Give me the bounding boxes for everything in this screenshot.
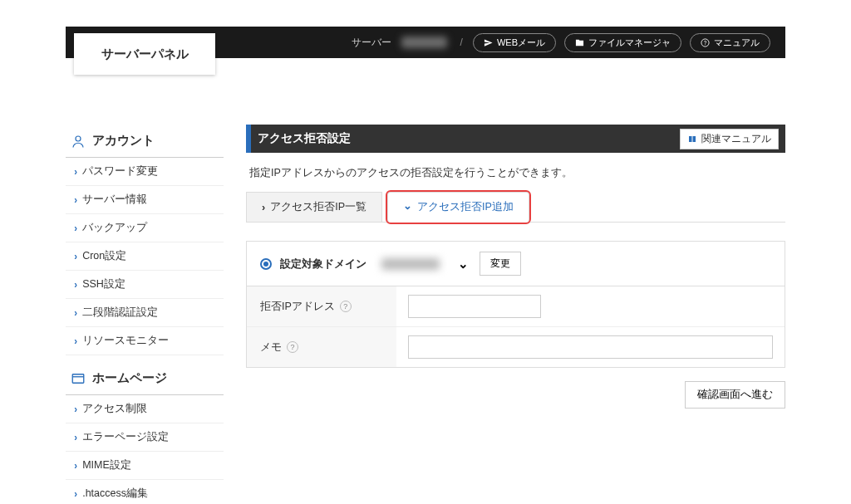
tab-deny-ip-list[interactable]: アクセス拒否IP一覧 bbox=[246, 192, 382, 222]
sidebar-item-backup[interactable]: バックアップ bbox=[66, 214, 224, 242]
memo-field-row: メモ ? bbox=[247, 327, 785, 367]
top-bar: サーバー / WEBメール ファイルマネージャ ? マニュアル サーバーパネル bbox=[66, 27, 785, 75]
domain-dropdown-toggle[interactable]: ⌄ bbox=[455, 256, 471, 272]
sidebar-item-label: MIME設定 bbox=[82, 458, 131, 472]
chevron-right-icon bbox=[74, 251, 77, 262]
chevron-down-icon bbox=[403, 201, 412, 213]
window-icon bbox=[71, 371, 86, 386]
sidebar-item-error-page[interactable]: エラーページ設定 bbox=[66, 423, 224, 452]
chevron-right-icon bbox=[74, 279, 77, 291]
svg-rect-3 bbox=[72, 374, 84, 383]
tab-deny-ip-add[interactable]: アクセス拒否IP追加 bbox=[387, 192, 529, 223]
sidebar-item-label: リソースモニター bbox=[82, 334, 169, 348]
sidebar-item-label: 二段階認証設定 bbox=[82, 306, 158, 320]
chevron-right-icon bbox=[74, 223, 77, 234]
ip-field-input-cell bbox=[396, 286, 785, 326]
sidebar-item-cron[interactable]: Cron設定 bbox=[66, 242, 224, 271]
help-icon[interactable]: ? bbox=[287, 341, 298, 353]
server-id-redacted bbox=[401, 37, 447, 48]
ip-field-label: 拒否IPアドレス bbox=[260, 300, 335, 314]
logo-card[interactable]: サーバーパネル bbox=[74, 33, 215, 75]
sidebar-item-label: バックアップ bbox=[82, 221, 147, 235]
ip-field-label-cell: 拒否IPアドレス ? bbox=[247, 286, 396, 326]
chevron-right-icon bbox=[74, 460, 77, 472]
sidebar-item-label: アクセス制限 bbox=[82, 402, 147, 416]
related-manual-button[interactable]: 関連マニュアル bbox=[680, 129, 779, 149]
sidebar-header-account: アカウント bbox=[66, 125, 224, 158]
main-content: アクセス拒否設定 関連マニュアル 指定IPアドレスからのアクセスの拒否設定を行う… bbox=[246, 125, 785, 409]
sidebar-item-2fa[interactable]: 二段階認証設定 bbox=[66, 299, 224, 327]
tab-bar: アクセス拒否IP一覧 アクセス拒否IP追加 bbox=[246, 192, 785, 223]
page-title-bar: アクセス拒否設定 関連マニュアル bbox=[246, 125, 785, 153]
deny-ip-input[interactable] bbox=[408, 295, 541, 318]
sidebar-item-label: .htaccess編集 bbox=[82, 487, 148, 501]
tab-label: アクセス拒否IP一覧 bbox=[270, 200, 366, 214]
homepage-title: ホームページ bbox=[92, 370, 167, 386]
chevron-right-icon bbox=[74, 166, 77, 178]
form-panel: 拒否IPアドレス ? メモ ? bbox=[246, 286, 785, 368]
chevron-right-icon bbox=[74, 432, 77, 443]
memo-input[interactable] bbox=[408, 335, 773, 359]
homepage-list: アクセス制限 エラーページ設定 MIME設定 .htaccess編集 サイト転送… bbox=[66, 395, 224, 504]
file-manager-label: ファイルマネージャ bbox=[588, 37, 671, 49]
domain-row: 設定対象ドメイン ⌄ 変更 bbox=[247, 242, 785, 286]
chevron-right-icon bbox=[74, 307, 77, 319]
logo-text: サーバーパネル bbox=[101, 46, 189, 62]
sidebar-section-homepage: ホームページ アクセス制限 エラーページ設定 MIME設定 .htaccess編… bbox=[66, 362, 224, 504]
sidebar-item-label: Cron設定 bbox=[82, 249, 126, 263]
domain-label: 設定対象ドメイン bbox=[280, 257, 366, 272]
chevron-right-icon bbox=[74, 194, 77, 206]
webmail-label: WEBメール bbox=[497, 37, 545, 49]
sidebar-item-label: SSH設定 bbox=[82, 277, 125, 291]
sidebar-item-resource-monitor[interactable]: リソースモニター bbox=[66, 327, 224, 355]
paper-plane-icon bbox=[484, 38, 493, 47]
sidebar-item-label: サーバー情報 bbox=[82, 193, 147, 207]
chevron-right-icon bbox=[262, 202, 265, 213]
chevron-right-icon bbox=[74, 335, 77, 347]
sidebar-item-server-info[interactable]: サーバー情報 bbox=[66, 186, 224, 214]
account-title: アカウント bbox=[92, 133, 155, 149]
memo-field-label-cell: メモ ? bbox=[247, 327, 396, 367]
sidebar-item-access-limit[interactable]: アクセス制限 bbox=[66, 395, 224, 423]
manual-label: マニュアル bbox=[714, 37, 760, 49]
chevron-right-icon bbox=[74, 488, 77, 500]
server-label: サーバー bbox=[352, 36, 391, 50]
account-list: パスワード変更 サーバー情報 バックアップ Cron設定 SSH設定 二段階認証… bbox=[66, 158, 224, 355]
radio-selected-icon[interactable] bbox=[260, 258, 272, 270]
book-icon bbox=[687, 135, 697, 144]
tab-label: アクセス拒否IP追加 bbox=[417, 200, 514, 214]
sidebar-item-label: エラーページ設定 bbox=[82, 430, 169, 444]
domain-panel: 設定対象ドメイン ⌄ 変更 bbox=[246, 241, 785, 286]
ip-field-row: 拒否IPアドレス ? bbox=[247, 286, 785, 327]
svg-text:?: ? bbox=[704, 39, 707, 45]
svg-point-2 bbox=[76, 136, 81, 141]
sidebar-section-account: アカウント パスワード変更 サーバー情報 バックアップ Cron設定 SSH設定… bbox=[66, 125, 224, 355]
help-circle-icon: ? bbox=[701, 38, 710, 47]
submit-row: 確認画面へ進む bbox=[246, 381, 785, 409]
sidebar-item-password[interactable]: パスワード変更 bbox=[66, 158, 224, 186]
sidebar-header-homepage: ホームページ bbox=[66, 362, 224, 395]
user-icon bbox=[71, 134, 86, 149]
page-title: アクセス拒否設定 bbox=[258, 131, 351, 146]
sidebar-item-mime[interactable]: MIME設定 bbox=[66, 452, 224, 480]
sidebar: アカウント パスワード変更 サーバー情報 バックアップ Cron設定 SSH設定… bbox=[66, 125, 224, 504]
confirm-button[interactable]: 確認画面へ進む bbox=[685, 381, 785, 409]
webmail-button[interactable]: WEBメール bbox=[473, 33, 556, 52]
help-icon[interactable]: ? bbox=[340, 301, 352, 312]
sidebar-item-ssh[interactable]: SSH設定 bbox=[66, 271, 224, 299]
sidebar-item-htaccess[interactable]: .htaccess編集 bbox=[66, 480, 224, 504]
manual-btn-label: 関連マニュアル bbox=[701, 132, 771, 146]
sidebar-item-label: パスワード変更 bbox=[82, 164, 158, 179]
separator: / bbox=[460, 37, 463, 48]
file-manager-button[interactable]: ファイルマネージャ bbox=[564, 33, 681, 52]
change-domain-button[interactable]: 変更 bbox=[480, 252, 521, 276]
memo-field-label: メモ bbox=[260, 340, 282, 355]
folder-icon bbox=[575, 38, 584, 47]
page-description: 指定IPアドレスからのアクセスの拒否設定を行うことができます。 bbox=[246, 153, 785, 192]
memo-field-input-cell bbox=[396, 327, 785, 367]
chevron-right-icon bbox=[74, 404, 77, 415]
domain-value-redacted bbox=[381, 258, 440, 270]
manual-button[interactable]: ? マニュアル bbox=[690, 33, 770, 52]
